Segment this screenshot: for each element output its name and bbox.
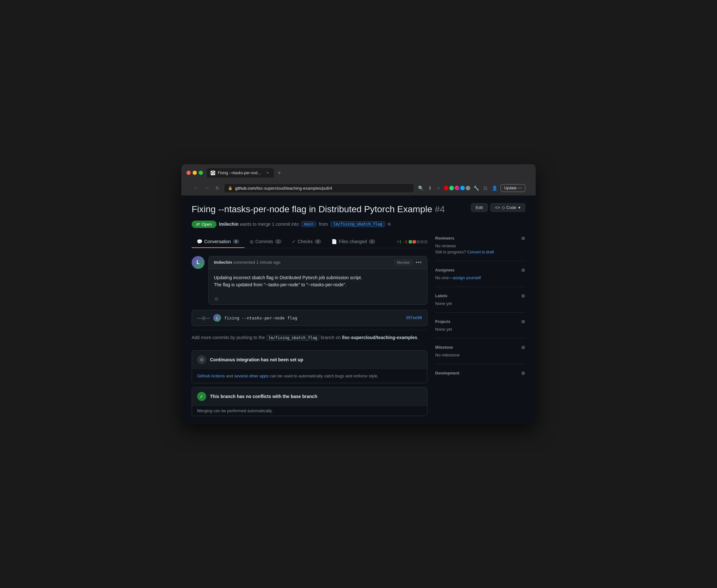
pinterest-icon[interactable] <box>444 186 448 190</box>
close-button[interactable] <box>186 171 191 175</box>
code-button[interactable]: <> ◇ Code ▾ <box>490 203 525 212</box>
commits-badge: 1 <box>275 239 282 244</box>
commit-info: —◎— L fixing --ntasks-per-node flag <box>197 314 297 322</box>
url-path: /llsc-supercloud/teaching-examples/pull/… <box>256 186 332 191</box>
assign-yourself-link[interactable]: assign yourself <box>453 275 481 280</box>
sidebar-assignees-title: Assignees ⚙ <box>435 268 525 273</box>
tab-checks[interactable]: ✓ Checks 0 <box>287 236 326 248</box>
browser-tabs: Fixing --ntasks-per-node flag ✕ + <box>207 168 531 178</box>
emoji-button[interactable]: ☺ <box>214 296 219 301</box>
push-hint: Add more commits by pushing to the lm/fi… <box>192 330 427 345</box>
still-in-progress: Still in progress? Convert to draft <box>435 250 525 254</box>
pr-number: #4 <box>435 204 445 214</box>
reload-button[interactable]: ↻ <box>213 185 221 192</box>
branch-code: lm/fixing_sbatch_flag <box>266 335 320 341</box>
assignees-value: No one—assign yourself <box>435 275 525 280</box>
pr-meta-text: lmilechin wants to merge 1 commit into <box>219 222 299 227</box>
commenter-username[interactable]: lmilechin <box>214 260 232 265</box>
diff-square-green-1 <box>409 240 412 244</box>
url-domain: github.com <box>235 186 256 191</box>
copy-icon[interactable]: ⧉ <box>388 222 391 226</box>
reviewers-gear-icon[interactable]: ⚙ <box>521 236 525 241</box>
new-tab-button[interactable]: + <box>275 168 284 178</box>
back-button[interactable]: ← <box>192 185 200 192</box>
edit-button[interactable]: Edit <box>471 203 488 212</box>
checks-badge: 0 <box>315 239 321 244</box>
milestone-gear-icon[interactable]: ⚙ <box>521 345 525 350</box>
pr-title: Fixing --ntasks-per-node flag in Distrib… <box>192 203 466 215</box>
labels-gear-icon[interactable]: ⚙ <box>521 293 525 298</box>
extension-icon-rainbow[interactable] <box>455 186 459 190</box>
sidebar-reviewers-title: Reviewers ⚙ <box>435 236 525 241</box>
extension-icon-gray[interactable] <box>466 186 470 190</box>
commit-hash[interactable]: 397ee98 <box>406 316 422 320</box>
address-text: github.com/llsc-supercloud/teaching-exam… <box>235 186 332 191</box>
extension-icon-green[interactable] <box>449 186 454 190</box>
tab-favicon <box>211 171 215 175</box>
conversation-icon: 💬 <box>197 239 202 244</box>
projects-label: Projects <box>435 319 450 324</box>
diff-square-red-1 <box>413 240 416 244</box>
browser-nav: ← → ↻ 🔒 github.com/llsc-supercloud/teach… <box>186 181 531 195</box>
development-label: Development <box>435 371 459 376</box>
base-branch[interactable]: main <box>301 221 316 227</box>
profile-icon[interactable]: 👤 <box>491 184 499 192</box>
convert-draft-link[interactable]: Convert to draft <box>467 250 494 254</box>
diff-del: −1 <box>403 239 407 244</box>
pr-main: 💬 Conversation 0 ◎ Commits 1 ✓ Checks 0 <box>192 236 427 416</box>
forward-button[interactable]: → <box>203 185 211 192</box>
comment-body: lmilechin commented 1 minute ago Member … <box>208 256 427 305</box>
development-gear-icon[interactable]: ⚙ <box>521 371 525 376</box>
merge-text: Merging can be performed automatically. <box>192 405 427 416</box>
active-tab[interactable]: Fixing --ntasks-per-node flag ✕ <box>207 168 274 178</box>
title-bar: Fixing --ntasks-per-node flag ✕ + <box>186 168 531 181</box>
sidebar-assignees: Assignees ⚙ No one—assign yourself <box>435 268 525 287</box>
diff-square-gray-2 <box>421 240 424 244</box>
tab-files-changed[interactable]: 📄 Files changed 1 <box>326 236 381 248</box>
files-icon: 📄 <box>331 239 337 244</box>
comment-text: Updating incorrect sbatch flag in Distri… <box>209 269 427 294</box>
pr-header: Fixing --ntasks-per-node flag in Distrib… <box>192 203 525 215</box>
tab-commits[interactable]: ◎ Commits 1 <box>244 236 287 248</box>
search-icon[interactable]: 🔍 <box>417 184 425 192</box>
comment-author: lmilechin commented 1 minute ago <box>214 260 281 265</box>
diff-bar <box>409 240 427 244</box>
tab-conversation[interactable]: 💬 Conversation 0 <box>192 236 244 248</box>
assignees-label: Assignees <box>435 268 454 272</box>
address-bar[interactable]: 🔒 github.com/llsc-supercloud/teaching-ex… <box>224 184 414 193</box>
extensions-button[interactable]: 🔧 <box>472 184 480 192</box>
pr-tabs: 💬 Conversation 0 ◎ Commits 1 ✓ Checks 0 <box>192 236 427 248</box>
tab-close-button[interactable]: ✕ <box>265 171 270 175</box>
split-view-icon[interactable]: ⊡ <box>482 184 489 192</box>
commit-row: —◎— L fixing --ntasks-per-node flag 397e… <box>192 310 427 326</box>
ci-icon: ⚙ <box>197 355 206 364</box>
github-actions-link[interactable]: GitHub Actions <box>197 374 225 378</box>
extension-icon-blue[interactable] <box>460 186 465 190</box>
more-options-button[interactable]: ••• <box>415 259 422 265</box>
maximize-button[interactable] <box>199 171 203 175</box>
merge-header: ✓ This branch has no conflicts with the … <box>192 387 427 405</box>
sidebar-development-title: Development ⚙ <box>435 371 525 376</box>
milestone-label: Milestone <box>435 345 453 350</box>
merge-title: This branch has no conflicts with the ba… <box>210 394 317 399</box>
ci-text: GitHub Actions and several other apps ca… <box>192 369 427 383</box>
sidebar-milestone-title: Milestone ⚙ <box>435 345 525 350</box>
update-button[interactable]: Update ⋯ <box>500 184 525 192</box>
assignees-gear-icon[interactable]: ⚙ <box>521 268 525 273</box>
milestone-value: No milestone <box>435 353 525 357</box>
pr-layout: 💬 Conversation 0 ◎ Commits 1 ✓ Checks 0 <box>192 236 525 416</box>
member-badge: Member <box>394 259 413 265</box>
conversation-badge: 0 <box>233 239 239 244</box>
bookmark-icon[interactable]: ☆ <box>435 184 442 192</box>
projects-gear-icon[interactable]: ⚙ <box>521 319 525 324</box>
code-chevron: ▾ <box>518 205 520 210</box>
head-branch[interactable]: lm/fixing_sbatch_flag <box>330 221 385 227</box>
minimize-button[interactable] <box>192 171 197 175</box>
traffic-lights <box>186 171 203 175</box>
pr-author: lmilechin <box>219 222 239 227</box>
comment-container: L lmilechin commented 1 minute ago Membe… <box>192 256 427 305</box>
other-apps-link[interactable]: several other apps <box>234 374 269 378</box>
projects-value: None yet <box>435 327 525 332</box>
share-icon[interactable]: ⬆ <box>427 184 433 192</box>
ci-title: Continuous integration has not been set … <box>210 357 303 362</box>
